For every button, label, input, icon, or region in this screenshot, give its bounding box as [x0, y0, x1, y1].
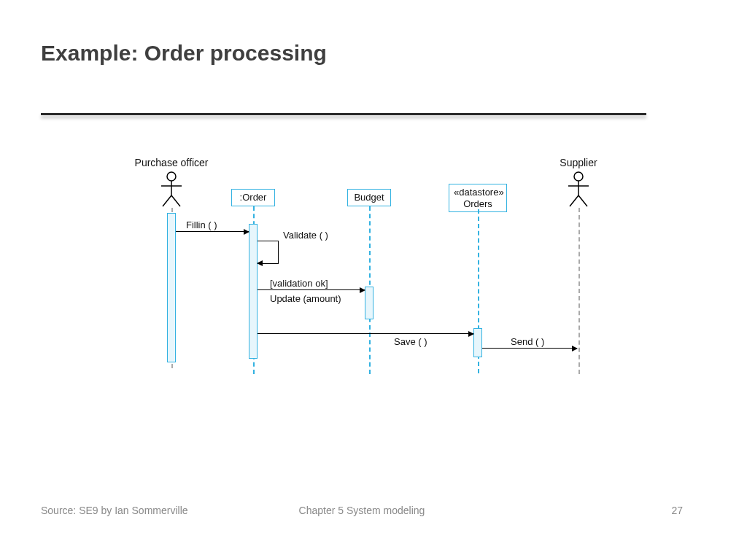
svg-line-4	[171, 195, 180, 206]
footer-page: 27	[671, 505, 683, 516]
svg-line-8	[570, 195, 578, 206]
actor-icon	[158, 171, 185, 208]
message-label-send: Send ( )	[511, 336, 544, 347]
participant-supplier: Supplier	[553, 157, 604, 168]
svg-point-5	[574, 172, 583, 181]
svg-line-3	[163, 195, 171, 206]
message-save	[258, 333, 473, 334]
participant-budget: Budget	[347, 189, 391, 206]
message-label-fillin: Fillin ( )	[186, 219, 217, 230]
message-label-validate: Validate ( )	[283, 230, 328, 241]
slide-footer: Source: SE9 by Ian Sommerville Chapter 5…	[41, 505, 683, 516]
message-fillin	[176, 231, 249, 232]
slide-title: Example: Order processing	[41, 41, 327, 66]
footer-chapter: Chapter 5 System modeling	[299, 505, 425, 516]
sequence-diagram: Purchase officer :Order Budget «datastor…	[124, 164, 620, 397]
message-label-update: Update (amount)	[270, 293, 341, 304]
message-send	[482, 348, 577, 349]
title-divider	[41, 113, 646, 115]
participant-purchase-officer: Purchase officer	[131, 157, 212, 168]
message-label-save: Save ( )	[394, 336, 427, 347]
message-validate-selfcall	[258, 241, 279, 264]
activation-order	[249, 224, 258, 359]
footer-source: Source: SE9 by Ian Sommerville	[41, 505, 188, 516]
svg-point-0	[167, 172, 176, 181]
svg-line-9	[578, 195, 587, 206]
participant-orders: «datastore» Orders	[449, 184, 507, 212]
lifeline-supplier	[578, 208, 580, 374]
activation-budget	[365, 287, 374, 319]
activation-orders	[473, 328, 482, 357]
participant-order: :Order	[231, 189, 275, 206]
actor-icon	[565, 171, 592, 208]
message-update	[258, 289, 365, 290]
message-label-validation-ok: [validation ok]	[270, 278, 328, 289]
activation-purchase-officer	[167, 213, 176, 362]
